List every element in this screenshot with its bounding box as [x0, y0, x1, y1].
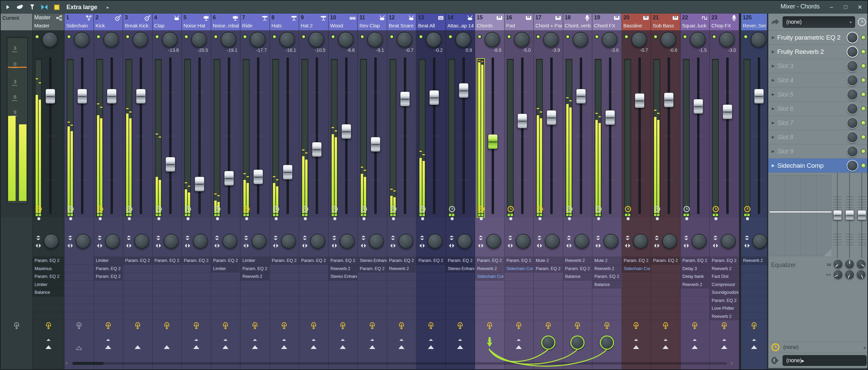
plugin-slot-row[interactable]: Reeverb 2: [710, 265, 738, 273]
mixer-track-9[interactable]: 9Hat 2-10.5Param. EQ 2: [299, 14, 329, 370]
track-delay-clock-icon[interactable]: [595, 206, 602, 212]
fx-enable-led[interactable]: [861, 163, 866, 168]
pan-knob[interactable]: [42, 32, 58, 47]
stereo-separation-knob[interactable]: [721, 234, 736, 249]
track-delay-clock-icon[interactable]: [214, 206, 221, 212]
plugin-slot-row[interactable]: Delay bank: [680, 272, 709, 281]
stereo-separation-knob[interactable]: [428, 234, 442, 249]
stereo-separation-knob[interactable]: [633, 234, 648, 249]
plugin-slot-row[interactable]: Param. EQ 2: [358, 265, 387, 273]
send-switch-icon[interactable]: [663, 345, 669, 349]
send-switch-icon[interactable]: [164, 345, 170, 349]
pan-knob[interactable]: [690, 32, 706, 47]
plugin-slot-row[interactable]: Reeverb 2: [592, 265, 621, 273]
fx-enable-led[interactable]: [861, 78, 866, 83]
volume-fader-handle[interactable]: [283, 165, 293, 180]
stereo-separation-knob[interactable]: [281, 234, 296, 249]
stereo-separation-knob[interactable]: [134, 234, 149, 249]
stereo-separation-knob[interactable]: [44, 234, 59, 249]
send-caret-icon[interactable]: [253, 339, 257, 341]
mute-led[interactable]: [448, 35, 453, 39]
plugin-slot-row[interactable]: Param. EQ 2: [622, 256, 651, 265]
volume-fader-handle[interactable]: [576, 89, 586, 104]
stereo-separation-knob[interactable]: [398, 234, 413, 249]
plugin-slot-row[interactable]: Param. EQ 2: [416, 256, 445, 265]
send-caret-icon[interactable]: [634, 339, 638, 341]
send-caret-icon[interactable]: [46, 339, 51, 341]
mixer-track-13[interactable]: 13Beat All-0.2Param. EQ 2: [416, 14, 446, 370]
volume-fader-handle[interactable]: [459, 83, 469, 98]
view-size-arrow-icon[interactable]: ▸: [107, 5, 109, 10]
stereo-separation-knob[interactable]: [486, 234, 501, 249]
send-caret-icon[interactable]: [752, 339, 756, 341]
fx-mix-knob[interactable]: [847, 46, 858, 58]
audio-input-icon[interactable]: [770, 17, 781, 27]
slot-expand-arrow-icon[interactable]: ▶: [772, 92, 774, 97]
fx-enable-lamp-icon[interactable]: [75, 322, 83, 331]
input-source-select[interactable]: (none) ▸: [783, 16, 855, 28]
fx-enable-lamp-icon[interactable]: [632, 322, 640, 331]
color-swatch-icon[interactable]: [53, 3, 60, 11]
pan-knob[interactable]: [660, 32, 676, 47]
volume-fader-handle[interactable]: [224, 171, 234, 186]
pan-knob[interactable]: [573, 32, 588, 47]
send-switch-icon[interactable]: [311, 345, 317, 349]
plugin-slot-row[interactable]: Param. EQ 2: [387, 256, 416, 265]
volume-fader-handle[interactable]: [253, 169, 263, 184]
mute-led[interactable]: [566, 35, 570, 39]
record-arm-dot[interactable]: [451, 217, 454, 220]
pan-knob[interactable]: [309, 32, 324, 47]
fx-enable-lamp-icon[interactable]: [750, 322, 758, 331]
send-switch-icon[interactable]: [222, 345, 229, 349]
fx-enable-lamp-icon[interactable]: [280, 322, 288, 331]
record-arm-dot[interactable]: [186, 217, 190, 220]
fx-slot-1[interactable]: ▶Fruity parametric EQ 2: [768, 30, 868, 45]
fx-enable-lamp-icon[interactable]: [310, 322, 317, 331]
record-arm-dot[interactable]: [538, 217, 541, 220]
track-delay-clock-icon[interactable]: [625, 206, 631, 212]
mixer-track-5[interactable]: 5Noise Hat-20.5Param. EQ 2: [182, 14, 211, 370]
plugin-slot-row[interactable]: Param. EQ 2: [534, 265, 563, 273]
track-delay-clock-icon[interactable]: [536, 206, 543, 212]
plugin-slot-row[interactable]: Param. EQ 2: [563, 265, 592, 273]
fx-enable-lamp-icon[interactable]: [222, 322, 229, 331]
record-arm-dot[interactable]: [128, 217, 131, 220]
volume-fader-handle[interactable]: [635, 93, 645, 108]
plugin-slot-row[interactable]: Param. EQ 2: [446, 256, 475, 265]
record-arm-dot[interactable]: [275, 217, 278, 220]
pan-knob[interactable]: [485, 32, 500, 47]
send-switch-icon[interactable]: [457, 345, 463, 349]
time-offset-value[interactable]: (none): [783, 344, 861, 350]
eq-band-slider-mid[interactable]: [847, 173, 852, 258]
track-header[interactable]: 16Pad: [505, 14, 534, 30]
plugin-slot-row[interactable]: Balance: [563, 272, 592, 281]
fx-enable-lamp-icon[interactable]: [603, 322, 611, 331]
record-arm-dot[interactable]: [392, 217, 395, 220]
fx-slot-8[interactable]: ▶Slot 8: [768, 130, 868, 144]
mute-led[interactable]: [96, 35, 101, 39]
track-delay-clock-icon[interactable]: [449, 206, 455, 212]
fx-slot-6[interactable]: ▶Slot 6: [768, 102, 868, 116]
plugin-slot-row[interactable]: Param. EQ 2: [211, 256, 240, 265]
track-delay-clock-icon[interactable]: [654, 206, 660, 212]
fx-enable-lamp-icon[interactable]: [691, 322, 698, 331]
volume-fader-handle[interactable]: [547, 110, 556, 125]
fx-slot-2[interactable]: ▶Fruity Reeverb 2: [768, 45, 868, 59]
track-delay-clock-icon[interactable]: [155, 206, 162, 212]
volume-fader-handle[interactable]: [371, 137, 380, 152]
maximize-button[interactable]: □: [842, 4, 849, 11]
track-delay-clock-icon[interactable]: [360, 206, 367, 212]
volume-fader-handle[interactable]: [517, 114, 527, 128]
plugin-slot-row[interactable]: Reeverb 2: [240, 272, 269, 281]
pan-knob[interactable]: [367, 32, 383, 47]
fx-enable-led[interactable]: [861, 35, 866, 40]
record-arm-dot[interactable]: [99, 217, 102, 220]
stereo-separation-knob[interactable]: [369, 234, 384, 249]
mixer-track-14[interactable]: 14Attac..ap 140.9Param. EQ 2Stereo Enhan…: [446, 14, 475, 370]
send-caret-icon[interactable]: [458, 339, 462, 341]
fx-slot-10[interactable]: ▶Sidechain Comp: [768, 159, 868, 173]
pan-knob[interactable]: [74, 32, 90, 47]
mute-led[interactable]: [35, 35, 39, 39]
fx-mix-knob[interactable]: [847, 89, 858, 100]
send-caret-icon[interactable]: [312, 339, 316, 341]
